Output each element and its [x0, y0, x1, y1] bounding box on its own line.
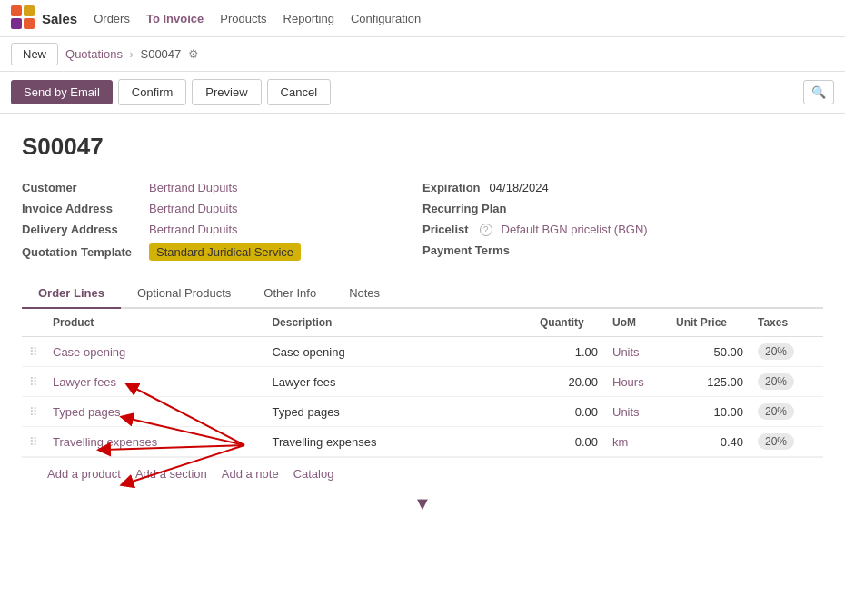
tab-optional-products[interactable]: Optional Products: [121, 279, 247, 309]
product-unit-price[interactable]: 0.40: [669, 427, 751, 457]
preview-button[interactable]: Preview: [192, 79, 261, 105]
drag-handle[interactable]: ⠿: [22, 397, 45, 427]
product-link[interactable]: Typed pages: [53, 405, 120, 419]
search-button[interactable]: 🔍: [803, 80, 834, 104]
th-quantity: Quantity: [532, 309, 605, 337]
new-button[interactable]: New: [11, 43, 58, 65]
product-name: Typed pages: [45, 397, 264, 427]
th-drag: [22, 309, 45, 337]
main-nav: Orders To Invoice Products Reporting Con…: [94, 10, 421, 27]
pricelist-help-icon[interactable]: ?: [480, 224, 492, 236]
field-value-invoice-address[interactable]: Bertrand Dupuits: [149, 202, 238, 215]
breadcrumb-current: S00047: [140, 47, 181, 61]
add-product-link[interactable]: Add a product: [47, 467, 121, 481]
tax-badge[interactable]: 20%: [758, 373, 794, 390]
tab-notes[interactable]: Notes: [333, 279, 396, 309]
svg-rect-2: [11, 18, 22, 29]
drag-handle[interactable]: ⠿: [22, 337, 45, 367]
field-value-delivery-address[interactable]: Bertrand Dupuits: [149, 223, 238, 236]
tab-order-lines[interactable]: Order Lines: [22, 279, 121, 309]
send-by-email-button[interactable]: Send by Email: [11, 80, 113, 104]
table-row: ⠿ Travelling expenses Travelling expense…: [22, 427, 823, 457]
product-quantity[interactable]: 0.00: [532, 427, 605, 457]
fields-right: Expiration 04/18/2024 Recurring Plan Pri…: [422, 177, 823, 264]
field-value-expiration[interactable]: 04/18/2024: [490, 181, 549, 194]
field-value-quotation-template[interactable]: Standard Juridical Service: [149, 243, 301, 261]
tax-badge[interactable]: 20%: [758, 403, 794, 420]
drag-handle[interactable]: ⠿: [22, 367, 45, 397]
fields-grid: Customer Bertrand Dupuits Invoice Addres…: [22, 177, 823, 264]
field-quotation-template: Quotation Template Standard Juridical Se…: [22, 240, 422, 264]
cancel-button[interactable]: Cancel: [267, 79, 331, 105]
product-quantity[interactable]: 1.00: [532, 337, 605, 367]
table-row: ⠿ Case opening Case opening 1.00 Units 5…: [22, 337, 823, 367]
field-label-quotation-template: Quotation Template: [22, 245, 140, 259]
product-description: Case opening: [264, 337, 532, 367]
product-link[interactable]: Case opening: [53, 345, 125, 359]
field-delivery-address: Delivery Address Bertrand Dupuits: [22, 219, 422, 240]
add-section-link[interactable]: Add a section: [135, 467, 207, 481]
product-uom[interactable]: Hours: [605, 367, 669, 397]
field-invoice-address: Invoice Address Bertrand Dupuits: [22, 198, 422, 219]
nav-reporting[interactable]: Reporting: [283, 10, 334, 27]
product-uom[interactable]: Units: [605, 397, 669, 427]
field-label-delivery-address: Delivery Address: [22, 223, 140, 236]
field-expiration: Expiration 04/18/2024: [422, 177, 823, 198]
tax-badge[interactable]: 20%: [758, 433, 794, 450]
table-row: ⠿ Lawyer fees Lawyer fees 20.00 Hours 12…: [22, 367, 823, 397]
tabs: Order Lines Optional Products Other Info…: [22, 279, 823, 309]
breadcrumb-parent[interactable]: Quotations: [65, 47, 123, 61]
product-link[interactable]: Travelling expenses: [53, 435, 157, 449]
nav-orders[interactable]: Orders: [94, 10, 130, 27]
th-description: Description: [264, 309, 532, 337]
catalog-link[interactable]: Catalog: [293, 467, 334, 481]
field-label-customer: Customer: [22, 181, 140, 194]
svg-rect-3: [24, 18, 35, 29]
field-label-pricelist: Pricelist: [422, 223, 469, 236]
top-nav: Sales Orders To Invoice Products Reporti…: [0, 0, 845, 37]
order-lines-body: ⠿ Case opening Case opening 1.00 Units 5…: [22, 337, 823, 457]
th-uom: UoM: [605, 309, 669, 337]
product-unit-price[interactable]: 125.00: [669, 367, 751, 397]
nav-products[interactable]: Products: [220, 10, 266, 27]
table-row: ⠿ Typed pages Typed pages 0.00 Units 10.…: [22, 397, 823, 427]
field-value-pricelist[interactable]: Default BGN pricelist (BGN): [502, 223, 648, 236]
product-name: Lawyer fees: [45, 367, 264, 397]
product-name: Travelling expenses: [45, 427, 264, 457]
add-note-link[interactable]: Add a note: [222, 467, 279, 481]
nav-configuration[interactable]: Configuration: [351, 10, 421, 27]
product-uom[interactable]: km: [605, 427, 669, 457]
product-quantity[interactable]: 20.00: [532, 367, 605, 397]
field-value-customer[interactable]: Bertrand Dupuits: [149, 181, 238, 194]
search-icon: 🔍: [811, 85, 826, 99]
tab-other-info[interactable]: Other Info: [247, 279, 333, 309]
product-uom[interactable]: Units: [605, 337, 669, 367]
th-taxes: Taxes: [751, 309, 823, 337]
action-bar: Send by Email Confirm Preview Cancel 🔍: [0, 72, 845, 114]
app-logo: Sales: [11, 5, 77, 31]
breadcrumb: Quotations › S00047 ⚙: [65, 47, 199, 61]
th-unit-price: Unit Price: [669, 309, 751, 337]
tax-badge[interactable]: 20%: [758, 343, 794, 360]
th-product: Product: [45, 309, 264, 337]
field-label-invoice-address: Invoice Address: [22, 202, 140, 215]
svg-rect-0: [11, 5, 22, 16]
field-label-payment-terms: Payment Terms: [422, 243, 510, 257]
product-taxes: 20%: [751, 427, 823, 457]
record-title: S00047: [22, 133, 823, 161]
add-links: Add a product Add a section Add a note C…: [22, 457, 823, 490]
product-quantity[interactable]: 0.00: [532, 397, 605, 427]
nav-to-invoice[interactable]: To Invoice: [146, 10, 204, 27]
svg-rect-1: [24, 5, 35, 16]
drag-handle[interactable]: ⠿: [22, 427, 45, 457]
breadcrumb-bar: New Quotations › S00047 ⚙: [0, 37, 845, 72]
product-unit-price[interactable]: 10.00: [669, 397, 751, 427]
bottom-arrow-indicator: ▼: [22, 490, 823, 518]
product-link[interactable]: Lawyer fees: [53, 375, 116, 389]
table-header-row: Product Description Quantity UoM Unit Pr…: [22, 309, 823, 337]
field-label-recurring-plan: Recurring Plan: [422, 202, 506, 215]
confirm-button[interactable]: Confirm: [118, 79, 187, 105]
gear-icon[interactable]: ⚙: [188, 47, 199, 61]
product-unit-price[interactable]: 50.00: [669, 337, 751, 367]
product-name: Case opening: [45, 337, 264, 367]
